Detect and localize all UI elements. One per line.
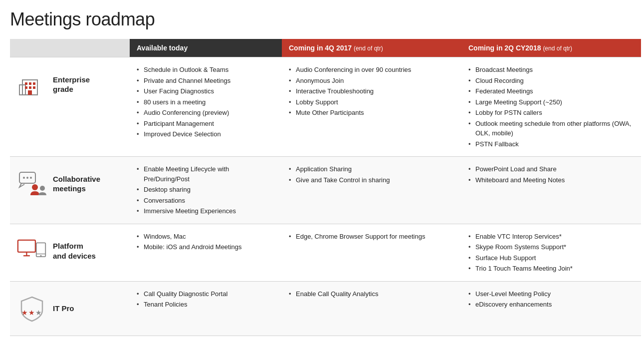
list-item: Edge, Chrome Browser Support for meeting… <box>289 231 454 242</box>
svg-text:★: ★ <box>21 309 28 317</box>
svg-rect-2 <box>25 82 27 85</box>
list-item: Large Meeting Support (~250) <box>468 97 634 108</box>
list-item: Participant Management <box>137 118 275 129</box>
list-item: Call Quality Diagnostic Portal <box>137 289 275 300</box>
svg-point-14 <box>40 186 45 191</box>
svg-point-12 <box>30 177 32 179</box>
list-item: Audio Conferencing (preview) <box>137 107 275 118</box>
icon-collaborative <box>17 169 47 199</box>
category-label-enterprise: Enterprisegrade <box>53 75 90 94</box>
svg-point-10 <box>23 177 25 179</box>
coming-4q-itpro: Enable Call Quality Analytics <box>282 281 461 336</box>
header-category <box>10 39 130 57</box>
header-2q: Coming in 2Q CY2018 (end of qtr) <box>461 39 641 57</box>
icon-enterprise <box>17 69 47 99</box>
list-item: Outlook meeting schedule from other plat… <box>468 118 634 139</box>
list-item: Broadcast Meetings <box>468 64 634 75</box>
list-item: eDiscovery enhancements <box>468 299 634 310</box>
svg-text:★: ★ <box>35 309 42 317</box>
coming-2q-collaborative: PowerPoint Load and ShareWhiteboard and … <box>461 157 641 224</box>
list-item: PSTN Fallback <box>468 139 634 150</box>
category-label-platform: Platformand devices <box>53 241 96 261</box>
svg-rect-3 <box>29 82 31 85</box>
list-item: Mute Other Participants <box>289 107 454 118</box>
list-item: Whiteboard and Meeting Notes <box>468 175 634 186</box>
list-item: Application Sharing <box>289 164 454 175</box>
table-row: EnterprisegradeSchedule in Outlook & Tea… <box>10 57 641 157</box>
coming-4q-collaborative: Application SharingGive and Take Control… <box>282 157 461 224</box>
list-item: Mobile: iOS and Android Meetings <box>137 242 275 253</box>
category-cell-collaborative: Collaborativemeetings <box>10 157 130 224</box>
header-4q: Coming in 4Q 2017 (end of qtr) <box>282 39 461 57</box>
svg-rect-4 <box>33 82 35 85</box>
list-item: Audio Conferencing in over 90 countries <box>289 64 454 75</box>
available-collaborative: Enable Meeting Lifecycle with Pre/During… <box>130 157 282 224</box>
coming-2q-itpro: User-Level Meeting PolicyeDiscovery enha… <box>461 281 641 336</box>
list-item: Cloud Recording <box>468 75 634 86</box>
svg-rect-5 <box>25 86 27 89</box>
category-cell-itpro: ★ ★ ★ IT Pro <box>10 281 130 336</box>
list-item: User Facing Diagnostics <box>137 86 275 97</box>
list-item: Federated Meetings <box>468 86 634 97</box>
list-item: PowerPoint Load and Share <box>468 164 634 175</box>
category-label-collaborative: Collaborativemeetings <box>53 174 100 194</box>
list-item: Lobby for PSTN callers <box>468 107 634 118</box>
coming-4q-enterprise: Audio Conferencing in over 90 countriesA… <box>282 57 461 157</box>
list-item: Tenant Policies <box>137 299 275 310</box>
list-item: Schedule in Outlook & Teams <box>137 64 275 75</box>
list-item: Desktop sharing <box>137 184 275 195</box>
list-item: Immersive Meeting Experiences <box>137 206 275 217</box>
svg-rect-8 <box>28 90 32 95</box>
available-platform: Windows, MacMobile: iOS and Android Meet… <box>130 224 282 281</box>
table-row: CollaborativemeetingsEnable Meeting Life… <box>10 157 641 224</box>
list-item: Give and Take Control in sharing <box>289 175 454 186</box>
coming-2q-enterprise: Broadcast MeetingsCloud RecordingFederat… <box>461 57 641 157</box>
svg-rect-18 <box>36 243 45 257</box>
list-item: Enable VTC Interop Services* <box>468 231 634 242</box>
available-enterprise: Schedule in Outlook & TeamsPrivate and C… <box>130 57 282 157</box>
svg-text:★: ★ <box>28 309 35 317</box>
list-item: Enable Call Quality Analytics <box>289 289 454 300</box>
header-available: Available today <box>130 39 282 57</box>
table-row: ★ ★ ★ IT ProCall Quality Diagnostic Port… <box>10 281 641 336</box>
list-item: Lobby Support <box>289 97 454 108</box>
svg-point-20 <box>40 255 42 256</box>
list-item: Skype Room Systems Support* <box>468 242 634 253</box>
list-item: Improved Device Selection <box>137 129 275 140</box>
svg-rect-7 <box>33 86 35 89</box>
list-item: Enable Meeting Lifecycle with Pre/During… <box>137 164 275 184</box>
svg-rect-15 <box>18 240 35 252</box>
category-cell-enterprise: Enterprisegrade <box>10 57 130 157</box>
list-item: Conversations <box>137 195 275 206</box>
svg-point-11 <box>26 177 28 179</box>
list-item: Interactive Troubleshooting <box>289 86 454 97</box>
icon-itpro: ★ ★ ★ <box>17 294 47 324</box>
svg-point-13 <box>32 184 38 190</box>
list-item: 80 users in a meeting <box>137 97 275 108</box>
coming-4q-platform: Edge, Chrome Browser Support for meeting… <box>282 224 461 281</box>
coming-2q-platform: Enable VTC Interop Services*Skype Room S… <box>461 224 641 281</box>
icon-platform <box>17 236 47 266</box>
table-row: Platformand devicesWindows, MacMobile: i… <box>10 224 641 281</box>
available-itpro: Call Quality Diagnostic PortalTenant Pol… <box>130 281 282 336</box>
svg-rect-6 <box>29 86 31 89</box>
list-item: Windows, Mac <box>137 231 275 242</box>
list-item: Surface Hub Support <box>468 253 634 264</box>
list-item: Trio 1 Touch Teams Meeting Join* <box>468 263 634 274</box>
category-cell-platform: Platformand devices <box>10 224 130 281</box>
list-item: User-Level Meeting Policy <box>468 289 634 300</box>
list-item: Private and Channel Meetings <box>137 75 275 86</box>
roadmap-table: Available today Coming in 4Q 2017 (end o… <box>10 39 641 336</box>
category-label-itpro: IT Pro <box>53 304 74 314</box>
page-title: Meetings roadmap <box>10 9 634 30</box>
list-item: Anonymous Join <box>289 75 454 86</box>
